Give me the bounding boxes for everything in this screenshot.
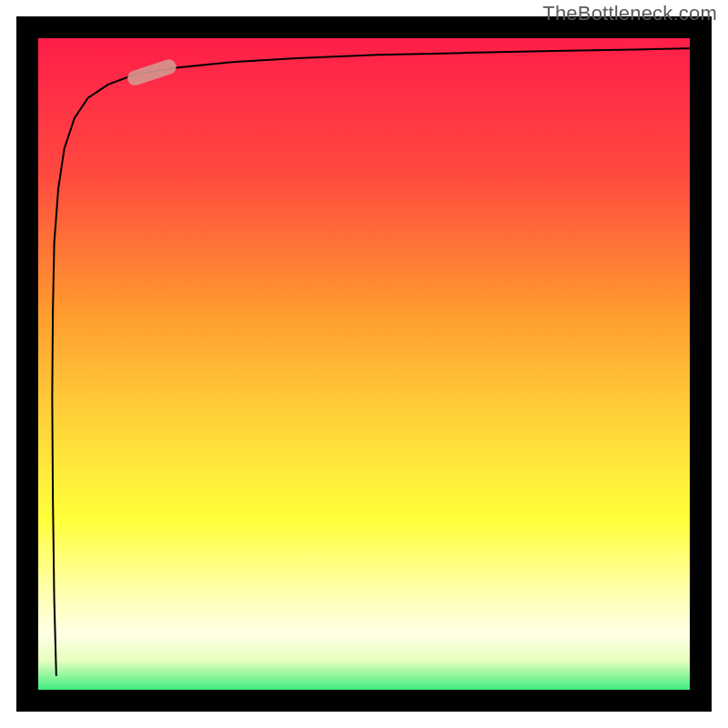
attribution-text: TheBottleneck.com	[542, 2, 717, 25]
chart-container: TheBottleneck.com	[0, 0, 728, 728]
chart-svg	[0, 0, 728, 728]
plot-background	[27, 27, 701, 701]
